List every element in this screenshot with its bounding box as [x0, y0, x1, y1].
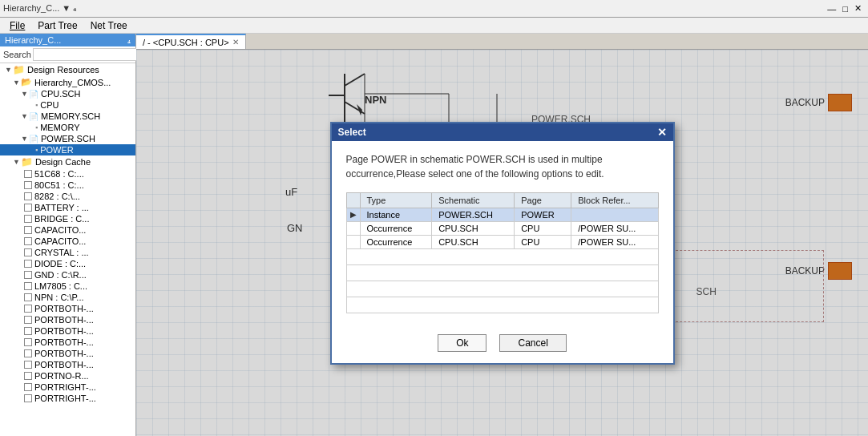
schematic-canvas[interactable]: NPN uF GN POWER.SCH POWER SUPPLY BACKUP [136, 50, 868, 436]
tree-item-label: BRIDGE : C... [34, 214, 89, 224]
tree-item-power[interactable]: ▪ POWER [0, 144, 135, 155]
tree-item-memory-sch[interactable]: ▼ 📄 MEMORY.SCH [0, 111, 135, 122]
component-icon [24, 361, 32, 369]
component-icon [24, 248, 32, 256]
component-icon [24, 215, 32, 223]
component-icon [24, 316, 32, 324]
row-arrow-cell: ▶ [346, 208, 360, 221]
tree-item-crystal[interactable]: CRYSTAL : ... [0, 247, 135, 258]
tree-item-design-resources[interactable]: ▼ 📁 Design Resources [0, 63, 135, 76]
col-header-type: Type [360, 192, 432, 208]
tree-item-label: POWER [40, 145, 74, 155]
tree-item-label: CPU [40, 100, 59, 110]
tree-item-label: MEMORY.SCH [41, 111, 100, 121]
table-row-instance[interactable]: ▶ Instance POWER.SCH POWER [346, 208, 658, 221]
tree-item-8282[interactable]: 8282 : C:\... [0, 191, 135, 202]
expand-arrow-icon: ▼ [21, 90, 29, 98]
tree-item-label: Design Resources [27, 65, 99, 75]
search-input[interactable] [33, 48, 148, 61]
tree-item-capacito2[interactable]: CAPACITO... [0, 236, 135, 247]
tree-item-portboth6[interactable]: PORTBOTH-... [0, 359, 135, 370]
tree-item-label: POWER.SCH [41, 134, 95, 143]
row-type-cell: Occurrence [360, 221, 432, 235]
row-arrow-cell [346, 235, 360, 248]
tree-item-lm7805[interactable]: LM7805 : C... [0, 281, 135, 292]
tree-item-cpu-sch[interactable]: ▼ 📄 CPU.SCH [0, 88, 135, 99]
tree-item-diode[interactable]: DIODE : C:... [0, 258, 135, 269]
expand-arrow-icon: ▼ [13, 79, 21, 87]
menu-file[interactable]: File [3, 18, 31, 33]
tree-item-label: NPN : C:\P... [34, 293, 84, 302]
minimize-icon[interactable]: — [824, 4, 839, 14]
tree-item-memory[interactable]: ▪ MEMORY [0, 122, 135, 133]
tree-item-51c68[interactable]: 51C68 : C:... [0, 168, 135, 180]
expand-arrow-icon: ▼ [21, 135, 29, 143]
tab-bar: / - <CPU.SCH : CPU> ✕ [136, 34, 868, 50]
tree-item-label: Design Cache [35, 157, 91, 167]
schematic-file-icon: 📄 [29, 112, 38, 121]
tree-item-portboth3[interactable]: PORTBOTH-... [0, 325, 135, 337]
cancel-button[interactable]: Cancel [499, 334, 566, 352]
schematic-file-icon: 📄 [29, 135, 38, 143]
tree-item-portright1[interactable]: PORTRIGHT-... [0, 382, 135, 393]
row-schematic-cell: POWER.SCH [432, 208, 515, 221]
tree-item-battery[interactable]: BATTERY : ... [0, 202, 135, 213]
menu-part-tree[interactable]: Part Tree [31, 18, 83, 33]
tree-item-power-sch[interactable]: ▼ 📄 POWER.SCH [0, 133, 135, 144]
tree-item-bridge[interactable]: BRIDGE : C... [0, 213, 135, 224]
tree-item-gnd[interactable]: GND : C:\R... [0, 269, 135, 281]
tree-item-label: LM7805 : C... [34, 281, 87, 291]
main-layout: Hierarchy_C... ₄ Search 🔍 ▼ 📁 Design Res… [0, 34, 868, 436]
menu-net-tree[interactable]: Net Tree [84, 18, 134, 33]
tree-item-label: GND : C:\R... [34, 270, 87, 280]
tree-item-label: PORTBOTH-... [34, 304, 94, 313]
tree-item-label: CRYSTAL : ... [34, 248, 89, 257]
tree-item-label: CAPACITO... [34, 225, 86, 235]
tree-item-label: 80C51 : C:... [34, 180, 84, 190]
tree-item-80c51[interactable]: 80C51 : C:... [0, 180, 135, 191]
tree-item-design-cache[interactable]: ▼ 📁 Design Cache [0, 155, 135, 168]
tab-cpu-sch[interactable]: / - <CPU.SCH : CPU> ✕ [136, 34, 246, 49]
tree-item-portboth2[interactable]: PORTBOTH-... [0, 314, 135, 325]
maximize-icon[interactable]: □ [839, 4, 851, 14]
panel-pin-icon[interactable]: ₄ [127, 36, 131, 45]
left-panel: Hierarchy_C... ₄ Search 🔍 ▼ 📁 Design Res… [0, 34, 136, 436]
component-icon [24, 204, 32, 212]
ok-button[interactable]: Ok [438, 334, 486, 352]
tree-item-cpu[interactable]: ▪ CPU [0, 99, 135, 111]
tree-item-portboth4[interactable]: PORTBOTH-... [0, 337, 135, 348]
tree-item-label: Hierarchy_CMOS... [34, 78, 111, 87]
dialog-overlay: Select ✕ Page POWER in schematic POWER.S… [136, 50, 868, 436]
row-schematic-cell: CPU.SCH [432, 235, 515, 248]
row-block-ref-cell: /POWER SU... [571, 235, 658, 248]
col-header-block-ref: Block Refer... [571, 192, 658, 208]
component-icon [24, 305, 32, 313]
chip-icon: ▪ [35, 146, 38, 154]
table-row-occurrence-1[interactable]: Occurrence CPU.SCH CPU /POWER SU... [346, 221, 658, 235]
tree-item-portboth1[interactable]: PORTBOTH-... [0, 303, 135, 314]
tree-item-label: 51C68 : C:... [34, 169, 84, 179]
tree-item-capacito1[interactable]: CAPACITO... [0, 224, 135, 236]
chip-icon: ▪ [35, 123, 38, 131]
row-page-cell: CPU [515, 235, 571, 248]
component-icon [24, 338, 32, 346]
tree-item-npn[interactable]: NPN : C:\P... [0, 292, 135, 303]
tree-item-portno-r[interactable]: PORTNO-R... [0, 370, 135, 382]
component-icon [24, 282, 32, 290]
component-icon [24, 293, 32, 301]
table-row-empty-1 [346, 248, 658, 264]
close-icon[interactable]: ✕ [851, 3, 865, 14]
chip-icon: ▪ [35, 101, 38, 109]
tree-item-hierarchy-cmos[interactable]: ▼ 📂 Hierarchy_CMOS... [0, 76, 135, 88]
tree-item-portright2[interactable]: PORTRIGHT-... [0, 393, 135, 404]
tree-item-portboth5[interactable]: PORTBOTH-... [0, 348, 135, 359]
tree-item-label: CAPACITO... [34, 236, 86, 246]
menu-bar: File Part Tree Net Tree [0, 18, 868, 34]
dialog-close-button[interactable]: ✕ [657, 127, 667, 138]
tab-close-icon[interactable]: ✕ [232, 38, 239, 46]
search-label: Search [3, 50, 31, 59]
schematic-area: / - <CPU.SCH : CPU> ✕ NPN [136, 34, 868, 436]
tree-item-label: PORTBOTH-... [34, 315, 94, 325]
table-row-occurrence-2[interactable]: Occurrence CPU.SCH CPU /POWER SU... [346, 235, 658, 248]
component-icon [24, 327, 32, 335]
